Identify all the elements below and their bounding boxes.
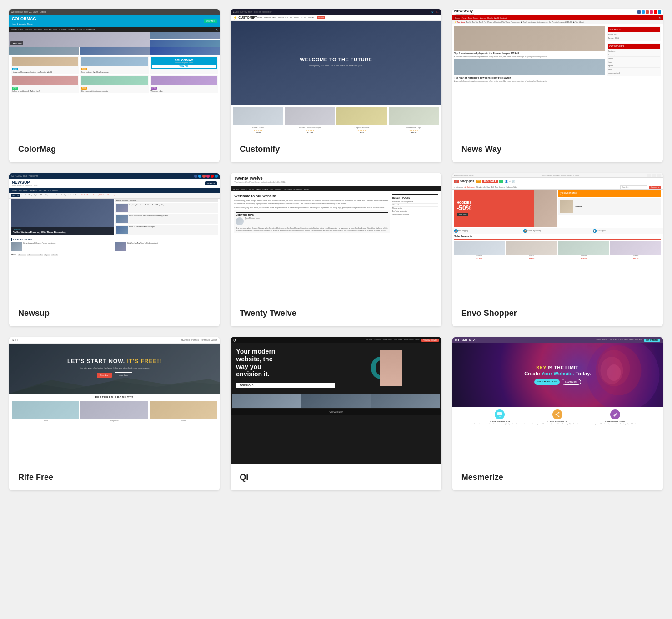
mz-icon-label-2: LOREM IPSUM DOLOR — [532, 420, 583, 423]
nw-cat-health: Health — [608, 57, 660, 60]
nw-cat-business: Business — [608, 50, 660, 53]
theme-card-qi[interactable]: Q DESIGNSTUDIOCOMMUNITYFEATURESSLIDESHOW… — [231, 337, 441, 490]
mz-learnmore-btn[interactable]: LEARN MORE — [562, 379, 581, 385]
es-side-promos: IT'S SEASON SALE Shop now › In Stock — [558, 190, 661, 227]
nu-item-text-1: Everything You Wanted To Know About Mega… — [129, 204, 165, 212]
newsway-preview: NewsWay Just another WordPress site Home… — [452, 9, 663, 136]
es-delivery-2: 📦 Same Day Delivery — [523, 229, 592, 233]
cm-article-5: FOOD Get more nutrition in your snacks — [80, 75, 149, 93]
nw-archives-title: ARCHIVES — [608, 27, 660, 32]
qi-hero-heading: Your modernwebsite, theway youenvision i… — [236, 348, 335, 378]
tt-team-person-1: Team Member NameRole — [236, 217, 388, 225]
es-delivery-3: 💬 24/7 Support — [593, 229, 661, 233]
es-shop-btn: Shop now › — [457, 213, 469, 216]
cm-header: COLORMAGNews & Magazine Theme UPGRADE — [9, 15, 220, 27]
theme-thumbnail-newsup: Sat, Feb 23th, 2019 · 7:06:38 PM NEWSUP … — [9, 173, 220, 300]
theme-card-mesmerize[interactable]: MESMERIZE HOMEABOUTFEATURESPORTFOLIOTEAM… — [452, 337, 663, 490]
es-products-grid: Product $19.99 Product $24.99 Product $1… — [454, 241, 661, 260]
tt-main-heading: Welcome to our website — [234, 194, 389, 198]
nu-news-1: Cargo Industry Welcomes Foreign Investme… — [11, 242, 114, 251]
cm-art-img-6 — [151, 76, 217, 85]
rf-prod-name-1: Jacket — [12, 420, 79, 422]
theme-card-colormag[interactable]: Wednesday, May 29, 2019 · Latest · COLOR… — [9, 9, 220, 162]
mz-hero-sky: SKY — [536, 365, 546, 370]
rf-hero-title-em: IT'S FREE!! — [127, 358, 162, 364]
qi-gallery — [231, 393, 441, 409]
nu-news-text-2: But Who Has Any Right To Find Investment — [127, 242, 158, 251]
tt-body-text-3: One morning, when Gregor Samsa woke from… — [236, 227, 388, 231]
theme-thumbnail-mesmerize: MESMERIZE HOMEABOUTFEATURESPORTFOLIOTEAM… — [452, 337, 663, 464]
cm-feat-main: Latest Post — [9, 32, 150, 47]
cu-price-4: $32.00 — [389, 131, 439, 134]
es-product-1: Product $19.99 — [454, 241, 505, 260]
nu-item-text-3: Where To Travel Asia Kind Wild Spirit — [129, 226, 155, 234]
nw-article2-img — [454, 59, 605, 75]
mz-icon-circle-2 — [552, 409, 562, 419]
rf-hero: LET'S START NOW. IT'S FREE!! Start after… — [9, 344, 220, 394]
mz-getstarted-btn[interactable]: GET STARTED TODAY — [534, 379, 560, 385]
rf-hero-title-text: LET'S START NOW. — [67, 358, 125, 364]
envoshopper-preview: Leaderboard Banner 90×50 Server: Sample … — [452, 173, 663, 300]
qi-header: Q DESIGNSTUDIOCOMMUNITYFEATURESSLIDESHOW… — [231, 337, 441, 343]
mz-icon-circle-1 — [495, 409, 505, 419]
nw-art-text-2: A wonderful serenity has taken possessio… — [454, 80, 605, 82]
tt-meet-team: MEET THE TEAM — [236, 212, 388, 216]
theme-card-twentytwelve[interactable]: Twenty Twelve Your favorite WordPress th… — [231, 173, 441, 326]
cu-product-2: Lauren V-Neck Polo Player ★★★★★ $23.00 — [285, 107, 335, 134]
theme-card-newsup[interactable]: Sat, Feb 23th, 2019 · 7:06:38 PM NEWSUP … — [9, 173, 220, 326]
nw-nav: HomeNewsTechSportsWomenHealthWorldContac… — [452, 15, 663, 20]
rf-start-btn[interactable]: Start Now — [97, 373, 112, 378]
cu-prod-img-3 — [336, 107, 387, 125]
tt-recent-1: Nature of a Grizzly Nightmare — [392, 200, 438, 204]
es-hero-main: HOODIES-50% Shop now › — [454, 190, 557, 227]
rf-hero-subtitle: Start after years of perfection, hard wo… — [67, 367, 162, 369]
cu-prod-name-1: Fanta · T-Shirt — [233, 126, 283, 129]
cm-feat-3 — [150, 40, 220, 47]
mz-logo: MESMERIZE — [455, 339, 478, 342]
theme-label-colormag: ColorMag — [9, 136, 220, 162]
mz-header: MESMERIZE HOMEABOUTFEATURESPORTFOLIOTEAM… — [452, 337, 663, 343]
tt-body-text-1: One morning, when Gregor Samsa woke from… — [234, 200, 389, 205]
rf-learn-btn[interactable]: Learn More — [115, 372, 132, 378]
qi-gallery-3 — [371, 394, 440, 408]
theme-card-envoshopper[interactable]: Leaderboard Banner 90×50 Server: Sample … — [452, 173, 663, 326]
tt-recent-5: Overheard this morning — [392, 213, 438, 216]
qi-hero: Your modernwebsite, theway youenvision i… — [231, 343, 441, 393]
mz-icon-2: LOREM IPSUM DOLOR Lorem ipsum dolor sit … — [532, 409, 583, 425]
nu-hero: Latest Post Go For Western Economy With … — [9, 199, 220, 237]
mz-icon-3: LOREM IPSUM DOLOR Lorem ipsum dolor sit … — [590, 409, 641, 425]
nu-tags: TAGS Cosmos Drama Health Sport Travel — [9, 252, 220, 258]
rf-product-2: Sunglasses — [80, 401, 148, 422]
rf-header: RIFE FEATUREDPUZZLESPORTFOLIOABOUT — [9, 337, 220, 344]
es-product-3: Product $14.99 — [558, 241, 609, 260]
theme-thumbnail-envoshopper: Leaderboard Banner 90×50 Server: Sample … — [452, 173, 663, 300]
theme-thumbnail-newsway: NewsWay Just another WordPress site Home… — [452, 9, 663, 136]
theme-card-newsway[interactable]: NewsWay Just another WordPress site Home… — [452, 9, 663, 162]
es-product-4: Product $29.99 — [610, 241, 661, 260]
theme-card-rifefree[interactable]: RIFE FEATUREDPUZZLESPORTFOLIOABOUT LET'S — [9, 337, 220, 490]
qi-gallery-1 — [232, 394, 301, 408]
es-search-input[interactable] — [620, 185, 647, 189]
rf-featured-title: FEATURED PRODUCTS — [12, 396, 217, 399]
theme-card-customify[interactable]: ▶ ADD CUSTOM TEXT HERE OR REMOVE IT 🐦fG+… — [231, 9, 441, 162]
nu-news-2: But Who Has Any Right To Find Investment — [115, 242, 218, 251]
cu-prod-img-2 — [285, 107, 335, 125]
cm-nav: DOWNLOADSSPORTSPOLITICSTECHNOLOGYFASHION… — [9, 27, 220, 32]
es-main-content: HOODIES-50% Shop now › IT'S SEASON SALE … — [452, 190, 663, 228]
mz-icons: LOREM IPSUM DOLOR Lorem ipsum dolor sit … — [452, 407, 663, 428]
theme-label-customify: Customify — [231, 136, 441, 162]
nu-tag-2: Drama — [27, 254, 35, 256]
es-in-stock-text: In Stock — [575, 205, 582, 208]
cm-featured: Latest Post — [9, 32, 220, 55]
mz-icon-1: LOREM IPSUM DOLOR Lorem ipsum dolor sit … — [475, 409, 526, 425]
nw-cat-title: CATEGORIES — [608, 44, 660, 49]
es-prod-img-4 — [610, 241, 661, 255]
nw-content: Top 5 most overrated players in the Prem… — [452, 24, 663, 84]
cu-header: ⚡ CUSTOMIFY HOMESAMPLE PAGEPAGES BUILDER… — [231, 15, 441, 21]
nu-hero-main: Latest Post Go For Western Economy With … — [11, 199, 114, 235]
qi-bottom-text: I'M BRAND NEW! — [233, 411, 438, 413]
nu-item-img-3 — [116, 226, 128, 234]
qi-download-btn[interactable]: DOWNLOAD — [236, 383, 335, 388]
nu-topbar: Sat, Feb 23th, 2019 · 7:06:38 PM — [9, 173, 220, 179]
nu-tag-3: Health — [35, 254, 43, 256]
